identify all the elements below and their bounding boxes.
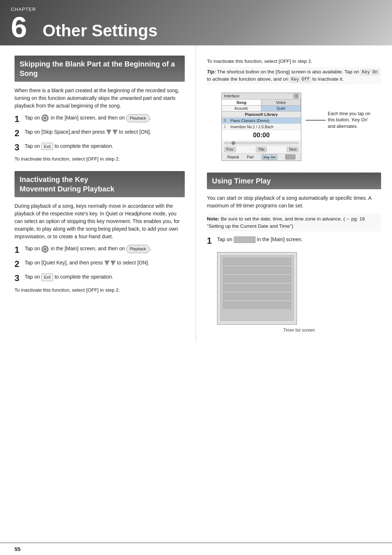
section2-step1: 1 Tap on in the [Main] screen, and then … bbox=[15, 245, 185, 255]
s2-step-num-3: 3 bbox=[15, 273, 23, 284]
tip-label: Tip: bbox=[207, 69, 216, 74]
screen-titlebar: Interface × bbox=[222, 93, 301, 100]
screen-bottom-row: Repeat Part Key On bbox=[222, 153, 301, 161]
part-label[interactable]: Part bbox=[247, 155, 253, 159]
chapter-title: Other Settings bbox=[42, 22, 158, 42]
prev-btn[interactable]: Prev bbox=[224, 147, 236, 152]
tip-box: Tip: The shortcut button on the [Song] s… bbox=[207, 67, 381, 85]
annotation-block: Each time you tap on this button, 'Key O… bbox=[306, 89, 375, 130]
timer-list-rows bbox=[221, 256, 293, 312]
section2-inactivate: To inactivate this function, select [OFF… bbox=[15, 287, 185, 293]
section1-step1: 1 Tap on in the [Main] screen, and then … bbox=[15, 114, 185, 125]
annotation-line bbox=[306, 120, 326, 121]
section2-step2: 2 Tap on [Quiet Key], and then press to … bbox=[15, 259, 185, 270]
chapter-number: 6 bbox=[11, 11, 27, 43]
key-on-inline: Key On bbox=[360, 69, 379, 75]
screen-nav-row: Prev Title Next bbox=[222, 145, 301, 153]
step-num-3: 3 bbox=[15, 142, 23, 153]
section1-step3: 3 Tap on Exit to complete the operation. bbox=[15, 142, 185, 153]
main-content: Skipping the Blank Part at the Beginning… bbox=[0, 45, 392, 342]
timer-row-2 bbox=[223, 267, 291, 274]
chapter-header: CHAPTER 6 Other Settings bbox=[0, 0, 392, 45]
section1-heading: Skipping the Blank Part at the Beginning… bbox=[15, 56, 185, 82]
timer-row-6 bbox=[223, 301, 291, 309]
screen-slider-row bbox=[222, 141, 301, 145]
setup-icon bbox=[41, 114, 49, 122]
section1-step2: 2 Tap on [Skip Space],and then press to … bbox=[15, 128, 185, 139]
step2-content: Tap on [Skip Space],and then press to se… bbox=[25, 128, 185, 136]
section2-step3: 3 Tap on Exit to complete the operation. bbox=[15, 273, 185, 284]
screen-mockup: Interface × Song Voice Acoustic Quiet Pi… bbox=[221, 93, 301, 161]
timer-row-4 bbox=[223, 284, 291, 291]
key-off-inline: Key Off bbox=[290, 77, 311, 82]
repeat-label[interactable]: Repeat bbox=[227, 155, 239, 159]
screen-slider[interactable] bbox=[224, 142, 299, 144]
section2-steps: 1 Tap on in the [Main] screen, and then … bbox=[15, 245, 185, 283]
timer-section-title: Using Timer Play bbox=[212, 176, 376, 186]
screen-annotation-row: Interface × Song Voice Acoustic Quiet Pi… bbox=[207, 89, 381, 166]
s2-step-num-1: 1 bbox=[15, 245, 23, 255]
title-btn[interactable]: Title bbox=[256, 147, 267, 152]
s2-step2-content: Tap on [Quiet Key], and then press to se… bbox=[25, 259, 185, 267]
timer-row-1 bbox=[223, 258, 291, 265]
exit-btn-s1[interactable]: Exit bbox=[41, 143, 53, 150]
screen-library-title: Pianosoft Library bbox=[222, 112, 301, 118]
note-label: Note: bbox=[207, 216, 220, 222]
screen-tab-voice[interactable]: Voice bbox=[261, 100, 301, 105]
slider-knob bbox=[232, 141, 235, 145]
timer-screen-mockup bbox=[217, 252, 297, 325]
timer-btn-placeholder bbox=[234, 236, 256, 243]
exit-btn-s2[interactable]: Exit bbox=[41, 274, 53, 281]
timer-body: You can start or stop playback of a song… bbox=[207, 194, 381, 210]
key-off-indicator bbox=[285, 154, 295, 159]
key-on-btn[interactable]: Key On bbox=[262, 154, 277, 160]
step3-content: Tap on Exit to complete the operation. bbox=[25, 142, 185, 150]
screen-close-btn[interactable]: × bbox=[294, 94, 299, 98]
timer-screen-inner bbox=[220, 255, 294, 321]
screen-time: 00:00 bbox=[222, 130, 301, 141]
page-number: 55 bbox=[15, 546, 21, 552]
section1-steps: 1 Tap on in the [Main] screen, and then … bbox=[15, 114, 185, 153]
section2-title: Inactivating the Key Movement During Pla… bbox=[20, 175, 180, 194]
section2-body: During playback of a song, keys normally… bbox=[15, 202, 185, 240]
screen-list-item-2[interactable]: 1 Invention No.1 / J.S.Bach bbox=[222, 124, 301, 130]
setup-icon-2 bbox=[41, 246, 49, 253]
timer-section-heading: Using Timer Play bbox=[207, 173, 381, 189]
playback-btn[interactable]: Playback bbox=[126, 114, 150, 122]
screen-tab-quiet[interactable]: Quiet bbox=[261, 106, 301, 111]
timer-row-5 bbox=[223, 293, 291, 300]
annotation-text: Each time you tap on this button, 'Key O… bbox=[328, 111, 375, 130]
timer-step-num-1: 1 bbox=[207, 236, 215, 246]
timer-step1: 1 Tap on in the [Main] screen. bbox=[207, 236, 381, 246]
chapter-number-block: CHAPTER 6 bbox=[11, 7, 36, 42]
section1-title: Skipping the Blank Part at the Beginning… bbox=[20, 59, 180, 78]
s2-step1-content: Tap on in the [Main] screen, and then on… bbox=[25, 245, 185, 253]
next-btn[interactable]: Next bbox=[287, 147, 299, 152]
screen-tabs: Song Voice bbox=[222, 100, 301, 106]
note-box: Note: Be sure to set the date, time, and… bbox=[207, 214, 381, 232]
screen-list-item-1[interactable]: 6 Piano Classics (Demo) bbox=[222, 118, 301, 124]
playback-btn-2[interactable]: Playback bbox=[126, 245, 150, 253]
annotation-line-row: Each time you tap on this button, 'Key O… bbox=[306, 111, 375, 130]
section2-heading: Inactivating the Key Movement During Pla… bbox=[15, 171, 185, 197]
page-footer: 55 bbox=[0, 543, 392, 555]
s2-step3-content: Tap on Exit to complete the operation. bbox=[25, 273, 185, 281]
screen-tab-acoustic[interactable]: Acoustic bbox=[222, 106, 261, 111]
right-column: To inactivate this function, select [OFF… bbox=[196, 45, 392, 342]
section1-inactivate: To inactivate this function, select [OFF… bbox=[15, 156, 185, 162]
step1-content: Tap on in the [Main] screen, and then on… bbox=[25, 114, 185, 122]
section1-body: When there is a blank part created at th… bbox=[15, 87, 185, 110]
screen-tab-song[interactable]: Song bbox=[222, 100, 261, 105]
timer-screen-label: Timer list screen bbox=[217, 328, 381, 333]
step-num-2: 2 bbox=[15, 128, 23, 139]
timer-row-3 bbox=[223, 275, 291, 283]
timer-step1-content: Tap on in the [Main] screen. bbox=[217, 236, 381, 243]
right-inactivate: To inactivate this function, select [OFF… bbox=[207, 58, 381, 64]
left-column: Skipping the Blank Part at the Beginning… bbox=[0, 45, 196, 342]
step-num-1: 1 bbox=[15, 114, 23, 125]
s2-step-num-2: 2 bbox=[15, 259, 23, 270]
timer-screen-container: Timer list screen bbox=[217, 252, 381, 333]
